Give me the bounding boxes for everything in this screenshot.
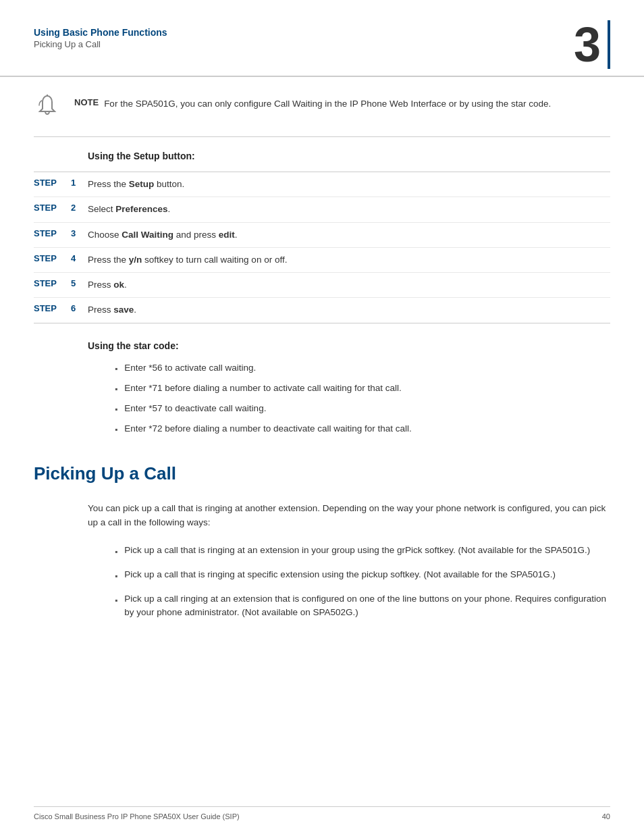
step-label-5: STEP 5 (34, 278, 88, 288)
step-bold-1: Setup (129, 179, 155, 189)
step-row: STEP 4 Press the y/n softkey to turn cal… (34, 248, 610, 273)
step-content-4: Press the y/n softkey to turn call waiti… (88, 253, 610, 267)
step-word-2: STEP (34, 203, 57, 213)
bullet-text-1: Pick up a call that is ringing at an ext… (124, 544, 590, 557)
step-bold-5: ok (113, 280, 124, 290)
bullet-text-3: Pick up a call ringing at an extension t… (124, 592, 610, 620)
header-left: Using Basic Phone Functions Picking Up a… (34, 27, 167, 49)
main-content: NOTE For the SPA501G, you can only confi… (0, 77, 644, 650)
step-row: STEP 5 Press ok. (34, 273, 610, 298)
step-label-6: STEP 6 (34, 303, 88, 313)
step-bold-3b: edit (219, 230, 235, 240)
star-code-bullets: Enter *56 to activate call waiting. Ente… (115, 361, 610, 436)
note-label: NOTE (74, 97, 99, 107)
section-intro: You can pick up a call that is ringing a… (88, 501, 610, 530)
step-bold-4: y/n (129, 255, 142, 265)
step-word-5: STEP (34, 278, 57, 288)
pickup-label: pickup (361, 569, 387, 579)
star-code-heading: Using the star code: (88, 340, 610, 351)
step-number-2: 2 (59, 203, 76, 213)
step-row: STEP 2 Select Preferences. (34, 197, 610, 222)
step-word-1: STEP (34, 178, 57, 188)
footer-page: 40 (602, 812, 610, 820)
chapter-number: 3 (574, 20, 610, 69)
note-box: NOTE For the SPA501G, you can only confi… (34, 97, 610, 137)
step-content-1: Press the Setup button. (88, 178, 610, 191)
picking-up-section: Picking Up a Call You can pick up a call… (34, 463, 610, 620)
step-number-6: 6 (59, 303, 76, 313)
page-footer: Cisco Small Business Pro IP Phone SPA50X… (34, 806, 610, 820)
picking-up-bullets: Pick up a call that is ringing at an ext… (115, 544, 610, 620)
list-item: Pick up a call that is ringing at specif… (115, 568, 610, 582)
step-number-4: 4 (59, 253, 76, 263)
list-item: Enter *71 before dialing a number to act… (115, 382, 610, 395)
step-bold-6: save (113, 305, 134, 315)
header-chapter-title: Using Basic Phone Functions (34, 27, 167, 38)
bullet-text-2: Pick up a call that is ringing at specif… (124, 568, 556, 581)
steps-container: STEP 1 Press the Setup button. STEP 2 Se… (34, 172, 610, 323)
step-label-1: STEP 1 (34, 178, 88, 188)
list-item: Enter *72 before dialing a number to dea… (115, 422, 610, 436)
step-content-3: Choose Call Waiting and press edit. (88, 228, 610, 242)
header-section-title: Picking Up a Call (34, 39, 167, 49)
setup-button-heading: Using the Setup button: (88, 151, 610, 161)
step-number-3: 3 (59, 228, 76, 238)
step-number-1: 1 (59, 178, 76, 188)
alert-icon (34, 94, 61, 121)
step-label-3: STEP 3 (34, 228, 88, 238)
step-content-2: Select Preferences. (88, 203, 610, 216)
list-item: Pick up a call that is ringing at an ext… (115, 544, 610, 558)
step-bold-2: Preferences (115, 204, 167, 214)
grpick-label: grPick (397, 545, 423, 555)
step-row: STEP 6 Press save. (34, 298, 610, 322)
step-word-3: STEP (34, 228, 57, 238)
step-bold-3a: Call Waiting (122, 230, 173, 240)
step-row: STEP 1 Press the Setup button. (34, 172, 610, 197)
list-item: Enter *57 to deactivate call waiting. (115, 402, 610, 415)
step-label-4: STEP 4 (34, 253, 88, 263)
page-container: Using Basic Phone Functions Picking Up a… (0, 0, 644, 834)
picking-up-title: Picking Up a Call (34, 463, 610, 484)
step-content-6: Press save. (88, 303, 610, 317)
list-item: Pick up a call ringing at an extension t… (115, 592, 610, 620)
note-content: NOTE For the SPA501G, you can only confi… (74, 97, 610, 111)
step-row: STEP 3 Choose Call Waiting and press edi… (34, 223, 610, 248)
list-item: Enter *56 to activate call waiting. (115, 361, 610, 375)
page-header: Using Basic Phone Functions Picking Up a… (0, 0, 644, 77)
step-label-2: STEP 2 (34, 203, 88, 213)
step-number-5: 5 (59, 278, 76, 288)
step-word-4: STEP (34, 253, 57, 263)
note-text: For the SPA501G, you can only configure … (104, 97, 551, 111)
step-content-5: Press ok. (88, 278, 610, 292)
step-word-6: STEP (34, 303, 57, 313)
note-icon (34, 94, 68, 123)
star-code-section: Using the star code: Enter *56 to activa… (34, 340, 610, 436)
footer-text: Cisco Small Business Pro IP Phone SPA50X… (34, 812, 240, 820)
